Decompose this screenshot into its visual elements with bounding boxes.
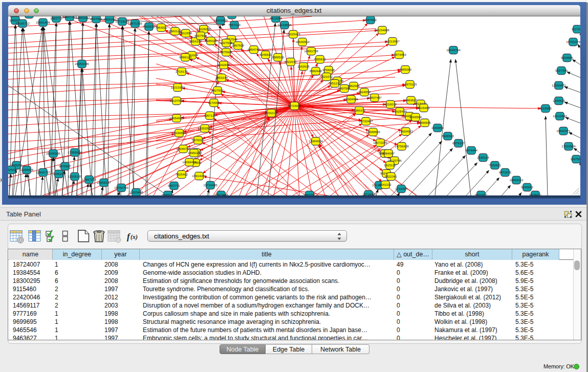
svg-text:8215955: 8215955 <box>539 106 552 110</box>
svg-text:2522341: 2522341 <box>385 174 398 178</box>
svg-text:8912954: 8912954 <box>180 31 192 35</box>
svg-text:7462066: 7462066 <box>347 84 360 87</box>
svg-text:20206536: 20206536 <box>46 151 60 155</box>
svg-text:1733426: 1733426 <box>395 187 408 190</box>
svg-text:9975887: 9975887 <box>59 164 72 168</box>
svg-text:8427552: 8427552 <box>211 89 224 92</box>
svg-text:9329966: 9329966 <box>561 56 574 59</box>
svg-text:12093872: 12093872 <box>552 83 566 87</box>
svg-text:1117207: 1117207 <box>571 27 580 31</box>
svg-text:9984067: 9984067 <box>382 151 395 155</box>
svg-text:6879197: 6879197 <box>452 141 465 145</box>
svg-text:12975115: 12975115 <box>403 82 417 86</box>
svg-text:2588520: 2588520 <box>272 55 285 59</box>
svg-text:7857224: 7857224 <box>228 23 241 27</box>
svg-text:9474412: 9474412 <box>529 193 542 195</box>
svg-text:10973493: 10973493 <box>392 53 406 56</box>
svg-text:19654923: 19654923 <box>399 129 413 133</box>
svg-text:2087682: 2087682 <box>364 18 377 21</box>
svg-text:9857791: 9857791 <box>303 193 316 195</box>
svg-text:19218506: 19218506 <box>277 23 292 27</box>
svg-text:3875685: 3875685 <box>220 50 233 54</box>
svg-text:8186328: 8186328 <box>205 39 217 42</box>
svg-text:8471676: 8471676 <box>499 170 512 174</box>
svg-text:2867608: 2867608 <box>232 43 245 47</box>
svg-text:5878332: 5878332 <box>192 138 205 142</box>
svg-text:12213967: 12213967 <box>385 39 400 43</box>
svg-text:9115460: 9115460 <box>418 106 430 110</box>
svg-text:7515526: 7515526 <box>143 25 156 28</box>
svg-text:3624554: 3624554 <box>358 90 371 94</box>
svg-text:9657771: 9657771 <box>168 184 181 187</box>
svg-text:10958137: 10958137 <box>97 181 111 184</box>
svg-text:3915412: 3915412 <box>8 168 18 171</box>
svg-text:9463627: 9463627 <box>405 98 418 102</box>
svg-text:9146821: 9146821 <box>259 53 272 56</box>
svg-text:6466160: 6466160 <box>103 17 116 21</box>
svg-text:5451213: 5451213 <box>329 81 341 85</box>
svg-text:7632621: 7632621 <box>489 163 502 167</box>
svg-text:19166825: 19166825 <box>172 131 186 135</box>
svg-text:8938923: 8938923 <box>442 134 454 138</box>
svg-text:16782759: 16782759 <box>114 186 128 189</box>
svg-text:15716485: 15716485 <box>203 183 217 187</box>
svg-text:9474444: 9474444 <box>465 148 478 152</box>
svg-text:8322037: 8322037 <box>285 60 297 63</box>
svg-text:1541102: 1541102 <box>379 183 391 186</box>
svg-text:19914479: 19914479 <box>192 174 206 178</box>
svg-text:9327508: 9327508 <box>194 34 207 37</box>
svg-text:7625402: 7625402 <box>176 172 188 176</box>
svg-text:12923448: 12923448 <box>214 193 228 195</box>
svg-text:15302173: 15302173 <box>264 111 278 115</box>
svg-text:1983771: 1983771 <box>50 16 63 20</box>
svg-text:10046738: 10046738 <box>176 147 190 150</box>
svg-text:8990448: 8990448 <box>310 69 322 73</box>
svg-text:19654925: 19654925 <box>169 116 184 120</box>
svg-text:7386372: 7386372 <box>353 108 366 112</box>
svg-text:2718176: 2718176 <box>176 70 188 73</box>
svg-text:1145193: 1145193 <box>53 172 65 176</box>
svg-text:1615132: 1615132 <box>384 163 397 167</box>
svg-text:1244415: 1244415 <box>553 99 565 102</box>
svg-text:9242848: 9242848 <box>217 63 230 67</box>
svg-text:10653267: 10653267 <box>76 16 90 19</box>
svg-text:1654339: 1654339 <box>189 39 202 43</box>
svg-text:18724007: 18724007 <box>288 104 302 107</box>
svg-text:1498221: 1498221 <box>188 151 201 155</box>
svg-text:1527602: 1527602 <box>90 17 103 20</box>
svg-text:23055712: 23055712 <box>15 21 30 25</box>
svg-text:9896123: 9896123 <box>179 55 192 59</box>
svg-text:16648764: 16648764 <box>446 48 461 52</box>
svg-text:10154808: 10154808 <box>375 28 389 32</box>
svg-text:9245012: 9245012 <box>162 193 175 195</box>
svg-text:2935114: 2935114 <box>477 156 489 159</box>
svg-text:20364436: 20364436 <box>344 97 358 101</box>
svg-text:13226058: 13226058 <box>197 27 211 31</box>
svg-text:9245652: 9245652 <box>521 185 534 189</box>
svg-text:15751074: 15751074 <box>566 40 580 43</box>
svg-text:18640910: 18640910 <box>295 40 310 43</box>
svg-text:1640954: 1640954 <box>431 126 444 129</box>
svg-text:7955812: 7955812 <box>314 57 326 61</box>
svg-text:18072249: 18072249 <box>373 141 387 144</box>
svg-text:(x): (x) <box>130 233 138 240</box>
svg-text:7485063: 7485063 <box>399 68 412 71</box>
svg-text:17016504: 17016504 <box>561 144 576 148</box>
svg-text:16107554: 16107554 <box>169 99 184 102</box>
svg-text:12505135: 12505135 <box>68 174 82 178</box>
svg-text:1621072: 1621072 <box>320 75 333 78</box>
svg-text:17957253: 17957253 <box>82 178 96 181</box>
svg-text:6216012: 6216012 <box>384 102 397 106</box>
svg-text:17359924: 17359924 <box>68 150 82 154</box>
svg-text:8471077: 8471077 <box>475 193 488 195</box>
svg-text:13384554: 13384554 <box>309 139 323 143</box>
svg-text:7663822: 7663822 <box>155 26 168 29</box>
svg-text:10719155: 10719155 <box>115 19 129 23</box>
svg-text:3267130: 3267130 <box>204 114 216 117</box>
svg-text:19756928: 19756928 <box>395 144 409 148</box>
svg-text:15720407: 15720407 <box>359 119 373 123</box>
svg-text:16210643: 16210643 <box>553 114 567 118</box>
svg-text:1371648: 1371648 <box>362 192 375 195</box>
svg-text:9699695: 9699695 <box>419 121 431 124</box>
svg-text:11923448: 11923448 <box>129 190 143 194</box>
